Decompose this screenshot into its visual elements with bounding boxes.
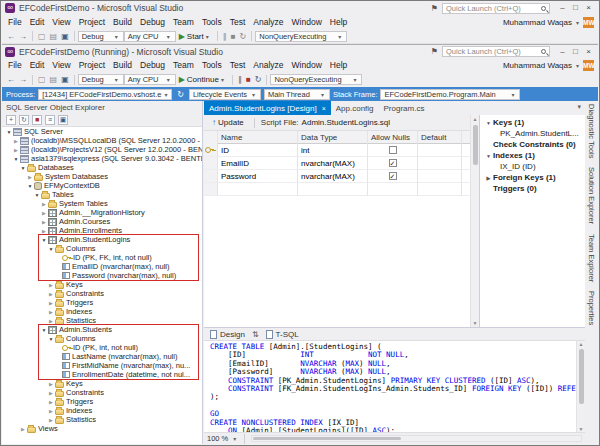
- tree-item-efmycontextdb[interactable]: ▼EFMyContextDB: [2, 181, 202, 190]
- row-selector-cell[interactable]: [204, 157, 218, 170]
- new-file-icon[interactable]: ▢: [38, 75, 46, 84]
- expand-icon[interactable]: ▼: [40, 237, 48, 243]
- solution-configuration-dropdown[interactable]: Debug ▾: [78, 31, 124, 42]
- expand-icon[interactable]: ▼: [26, 183, 34, 189]
- code-vertical-scrollbar[interactable]: ▲ ▼: [576, 341, 585, 432]
- menu-item-edit[interactable]: Edit: [26, 17, 49, 27]
- design-tab[interactable]: Design: [207, 329, 248, 340]
- tree-item-localdb-projectsv12-sql-server-12-0-2000-bentley[interactable]: ▶(localdb)\ProjectsV12 (SQL Server 12.0.…: [2, 145, 202, 154]
- menu-item-edit[interactable]: Edit: [26, 60, 49, 70]
- add-sql-server-icon[interactable]: +: [6, 115, 16, 125]
- tree-item-asia1379-sqlexpress-sql-server-9-0-3042-bentleyma[interactable]: ▼asia1379\sqlexpress (SQL Server 9.0.304…: [2, 154, 202, 163]
- tree-item-columns[interactable]: ▼Columns: [2, 244, 202, 253]
- side-tab-properties[interactable]: Properties: [587, 291, 596, 325]
- menu-item-project[interactable]: Project: [75, 17, 109, 27]
- update-button[interactable]: ↑ Update: [208, 117, 248, 128]
- debug-event-dropdown[interactable]: NonQueryExecuting ▾: [255, 31, 347, 42]
- column-header-allow-nulls[interactable]: Allow Nulls: [368, 131, 418, 144]
- menu-item-help[interactable]: Help: [326, 60, 351, 70]
- menu-item-window[interactable]: Window: [288, 60, 326, 70]
- tree-item-statistics[interactable]: ▶Statistics: [2, 316, 202, 325]
- continue-debugging-button[interactable]: ▶ Continue ▾: [176, 74, 229, 86]
- refresh-process-icon[interactable]: ↻: [177, 90, 184, 99]
- titlebar-window2[interactable]: ∞ EFCodeFirstDemo (Running) - Microsoft …: [2, 44, 598, 58]
- expand-icon[interactable]: ▼: [40, 327, 48, 333]
- stack-frame-dropdown[interactable]: EFCodeFirstDemo.Program.Main ▾: [380, 89, 520, 100]
- tree-item-system-tables[interactable]: ▶System Tables: [2, 199, 202, 208]
- menu-item-analyze[interactable]: Analyze: [249, 60, 287, 70]
- tree-item-constraints[interactable]: ▶Constraints: [2, 388, 202, 397]
- lifecycle-events-dropdown[interactable]: Lifecycle Events ▾: [189, 89, 261, 100]
- tree-item-admin-enrollments[interactable]: ▶Admin.Enrollments: [2, 226, 202, 235]
- expand-icon[interactable]: ▼: [5, 129, 13, 135]
- expand-icon[interactable]: ▶: [19, 426, 27, 432]
- user-avatar[interactable]: MW: [583, 17, 594, 28]
- scroll-down-icon[interactable]: ▼: [579, 426, 584, 432]
- code-line[interactable]: );: [210, 393, 574, 401]
- tsql-editor[interactable]: CREATE TABLE [Admin].[StudentLogins] ( […: [204, 341, 585, 432]
- maximize-button[interactable]: □: [569, 46, 582, 58]
- horizontal-scrollbar[interactable]: [251, 435, 582, 442]
- tree-item-id-pk-fk-int-not-null[interactable]: ID (PK, FK, int, not null): [2, 253, 202, 262]
- expand-icon[interactable]: ▼: [12, 156, 20, 162]
- quick-launch-input[interactable]: Quick Launch (Ctrl+Q): [442, 46, 550, 57]
- tsql-code[interactable]: CREATE TABLE [Admin].[StudentLogins] ( […: [204, 341, 576, 432]
- tree-item-indexes[interactable]: ▶Indexes: [2, 406, 202, 415]
- expand-icon[interactable]: ▶: [47, 417, 55, 423]
- context-item-triggers-0[interactable]: Triggers (0): [480, 183, 585, 194]
- menu-item-build[interactable]: Build: [109, 60, 136, 70]
- menu-item-team[interactable]: Team: [169, 60, 198, 70]
- navigate-back-icon[interactable]: ←: [7, 75, 15, 84]
- document-tab-admin-studentlogins-design[interactable]: Admin.StudentLogins [Design]×: [204, 101, 331, 115]
- context-item-ix-id-id[interactable]: IX_ID (ID): [480, 161, 585, 172]
- context-item-indexes-1[interactable]: ▼Indexes (1): [480, 150, 585, 161]
- pause-icon[interactable]: ∥: [238, 75, 242, 84]
- tree-item-views[interactable]: ▶Views: [2, 424, 202, 433]
- expand-icon[interactable]: ▶: [47, 300, 55, 306]
- expand-icon[interactable]: ▶: [47, 282, 55, 288]
- maximize-button[interactable]: □: [569, 2, 582, 14]
- expand-icon[interactable]: ▶: [47, 381, 55, 387]
- allow-nulls-checkbox[interactable]: ✓: [389, 172, 397, 180]
- primary-key-cell[interactable]: [204, 144, 218, 157]
- expand-icon[interactable]: ▶: [47, 399, 55, 405]
- tsql-tab[interactable]: T-SQL: [263, 329, 302, 340]
- allow-nulls-cell[interactable]: [368, 144, 418, 157]
- expand-icon[interactable]: ▶: [12, 147, 20, 153]
- tree-item-indexes[interactable]: ▶Indexes: [2, 307, 202, 316]
- tree-item-keys[interactable]: ▶Keys: [2, 379, 202, 388]
- quick-launch-input[interactable]: Quick Launch (Ctrl+Q): [442, 3, 550, 14]
- data-type-cell[interactable]: nvarchar(MAX): [298, 157, 368, 170]
- allow-nulls-cell[interactable]: ✓: [368, 157, 418, 170]
- code-line[interactable]: ON [Admin].[StudentLogins]([ID] ASC);: [210, 427, 574, 432]
- name-cell[interactable]: Password: [218, 170, 298, 183]
- notifications-flag-icon[interactable]: ⚑: [431, 4, 438, 13]
- expand-icon[interactable]: ▼: [47, 246, 55, 252]
- stop-debugging-icon[interactable]: ■: [246, 75, 251, 84]
- signed-in-user[interactable]: Muhammad Waqas: [503, 61, 572, 70]
- expand-icon[interactable]: ▶: [40, 219, 48, 225]
- user-chevron-icon[interactable]: ▾: [576, 19, 579, 26]
- pending-changes-icon[interactable]: ▣: [58, 115, 68, 125]
- code-line[interactable]: [210, 402, 574, 410]
- scroll-down-icon[interactable]: ▼: [473, 319, 478, 327]
- user-avatar[interactable]: MW: [583, 60, 594, 71]
- minimize-button[interactable]: –: [556, 2, 569, 14]
- name-cell[interactable]: EmailID: [218, 157, 298, 170]
- menu-item-build[interactable]: Build: [109, 17, 136, 27]
- close-button[interactable]: ×: [582, 46, 595, 58]
- close-button[interactable]: ×: [582, 2, 595, 14]
- data-type-cell[interactable]: int: [298, 144, 368, 157]
- expand-icon[interactable]: ▼: [484, 153, 493, 159]
- tree-item-constraints[interactable]: ▶Constraints: [2, 289, 202, 298]
- menu-item-view[interactable]: View: [48, 17, 74, 27]
- expand-icon[interactable]: ▼: [484, 120, 493, 126]
- menu-item-test[interactable]: Test: [226, 17, 250, 27]
- tree-item-statistics[interactable]: ▶Statistics: [2, 415, 202, 424]
- designer-vertical-scrollbar[interactable]: ▲ ▼: [470, 115, 479, 327]
- menu-item-file[interactable]: File: [4, 60, 26, 70]
- menu-item-tools[interactable]: Tools: [198, 60, 226, 70]
- stop-icon[interactable]: ■: [231, 32, 236, 41]
- tree-item-localdb-mssqllocaldb-sql-server-12-0-2000-bent[interactable]: ▶(localdb)\MSSQLLocalDB (SQL Server 12.0…: [2, 136, 202, 145]
- tree-item-firstmidname-nvarchar-max-nu[interactable]: FirstMidName (nvarchar(max), nu...: [2, 361, 202, 370]
